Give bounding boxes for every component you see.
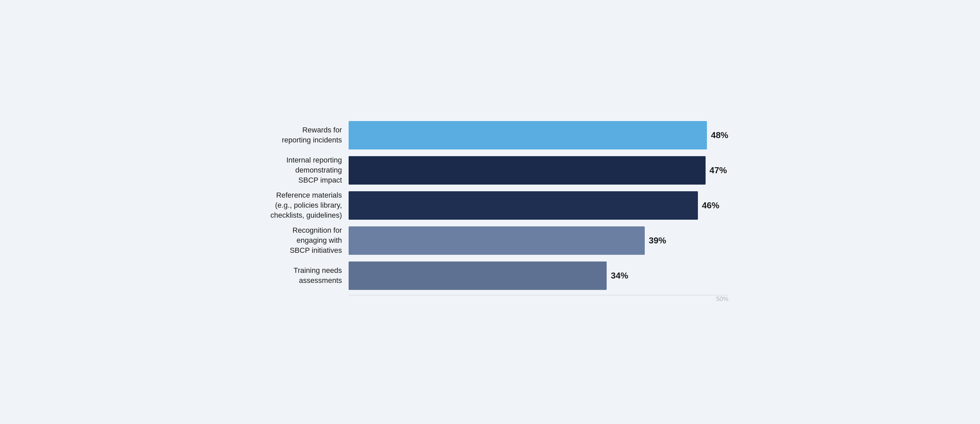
chart-row-recognition: Recognition forengaging withSBCP initiat… <box>252 225 728 257</box>
bar-value-reference-materials: 46% <box>702 200 719 210</box>
bar-label-internal-reporting: Internal reportingdemonstratingSBCP impa… <box>252 155 348 185</box>
bar-value-internal-reporting: 47% <box>710 165 727 175</box>
bar-label-training: Training needsassessments <box>252 266 348 285</box>
bar-rewards <box>348 121 707 150</box>
axis-line <box>348 295 728 295</box>
bar-area-training: 34% <box>348 261 728 290</box>
bar-label-recognition: Recognition forengaging withSBCP initiat… <box>252 225 348 255</box>
bar-value-recognition: 39% <box>649 235 666 246</box>
bar-reference-materials <box>348 191 698 220</box>
axis-label: 50% <box>716 296 728 303</box>
chart-row-rewards: Rewards forreporting incidents48% <box>252 120 728 151</box>
chart-row-internal-reporting: Internal reportingdemonstratingSBCP impa… <box>252 155 728 186</box>
bar-value-training: 34% <box>611 271 628 281</box>
bar-area-reference-materials: 46% <box>348 191 728 220</box>
axis-area: 50% <box>348 295 728 301</box>
bar-internal-reporting <box>348 156 706 185</box>
bar-area-internal-reporting: 47% <box>348 156 728 185</box>
chart-row-training: Training needsassessments34% <box>252 260 728 292</box>
bar-area-recognition: 39% <box>348 226 728 255</box>
bar-recognition <box>348 226 645 255</box>
bar-training <box>348 261 607 290</box>
chart-row-reference-materials: Reference materials(e.g., policies libra… <box>252 190 728 222</box>
bar-value-rewards: 48% <box>711 130 728 140</box>
bar-label-reference-materials: Reference materials(e.g., policies libra… <box>252 190 348 220</box>
bar-label-rewards: Rewards forreporting incidents <box>252 125 348 145</box>
bar-chart: Rewards forreporting incidents48%Interna… <box>245 109 735 315</box>
bar-area-rewards: 48% <box>348 121 728 150</box>
